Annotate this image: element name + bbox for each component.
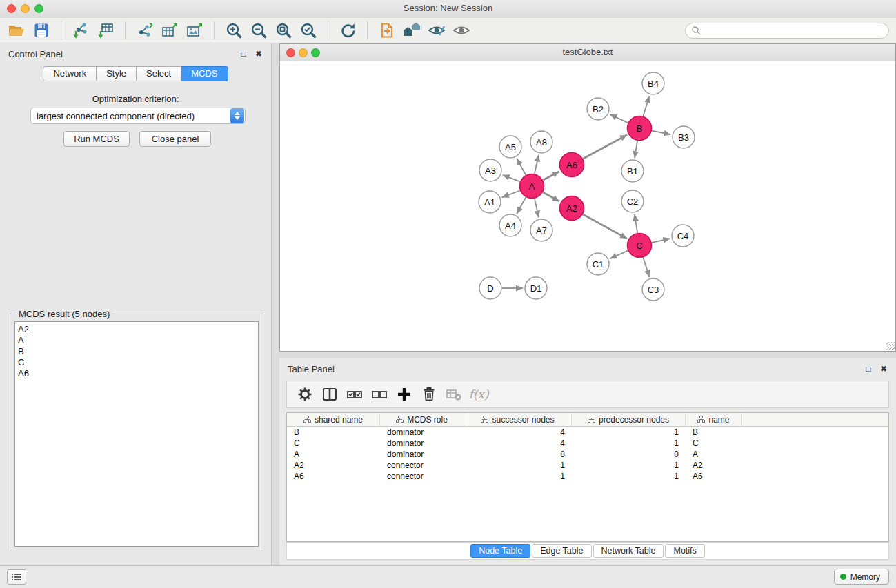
table-row[interactable]: Adominator80A — [287, 449, 888, 460]
table-panel: Table Panel □ ✖ — [279, 358, 896, 565]
column-header-label: name — [708, 415, 729, 425]
graph-node-label-B3: B3 — [678, 132, 689, 143]
home-icon[interactable] — [399, 19, 424, 41]
column-header-label: predecessor nodes — [599, 415, 669, 425]
gear-icon[interactable] — [292, 383, 317, 405]
graph-node-label-D1: D1 — [530, 283, 542, 294]
graph-node-label-C1: C1 — [593, 259, 604, 270]
save-icon[interactable] — [29, 19, 54, 41]
tab-motifs[interactable]: Motifs — [665, 544, 704, 558]
import-table-icon[interactable] — [93, 19, 118, 41]
eye-icon[interactable] — [449, 19, 474, 41]
open-icon[interactable] — [4, 19, 29, 41]
main-toolbar — [0, 18, 896, 43]
columns-icon[interactable] — [317, 383, 342, 405]
mcds-result-item[interactable]: A6 — [18, 368, 258, 379]
tab-network-table[interactable]: Network Table — [593, 544, 664, 558]
toolbar-separator — [214, 21, 215, 39]
node-table-header: shared nameMCDS rolesuccessor nodesprede… — [287, 413, 888, 427]
float-panel-icon[interactable]: □ — [238, 48, 249, 59]
graph-edge-A6-B[interactable] — [583, 135, 627, 159]
mcds-result-item[interactable]: A2 — [18, 324, 258, 335]
graph-edge-B-B2[interactable] — [610, 114, 628, 123]
node-table[interactable]: shared nameMCDS rolesuccessor nodesprede… — [286, 412, 889, 542]
table-row[interactable]: Cdominator41C — [287, 438, 888, 449]
graph-edge-A-A1[interactable] — [502, 191, 520, 198]
mcds-result-item[interactable]: A — [18, 335, 258, 346]
trash-icon[interactable] — [417, 383, 441, 405]
graph-node-label-B4: B4 — [648, 79, 659, 89]
tab-mcds[interactable]: MCDS — [181, 66, 228, 81]
window-title: Session: New Session — [0, 3, 896, 13]
zoom-in-icon[interactable] — [221, 19, 246, 41]
column-header-successor-nodes[interactable]: successor nodes — [464, 413, 572, 427]
export-table-icon[interactable] — [157, 19, 182, 41]
column-header-label: shared name — [315, 415, 363, 425]
task-history-button[interactable] — [7, 569, 26, 585]
mcds-result-list[interactable]: A2ABCA6 — [14, 321, 259, 547]
table-cell: 1 — [572, 438, 686, 449]
export-network-icon[interactable] — [132, 19, 157, 41]
zoom-out-icon[interactable] — [246, 19, 271, 41]
select-all-icon[interactable] — [342, 383, 367, 405]
application-window: Session: New Session — [0, 0, 896, 588]
graph-edge-C-C3[interactable] — [644, 258, 650, 277]
memory-button[interactable]: Memory — [834, 569, 889, 585]
graph-edge-C-C2[interactable] — [635, 214, 637, 233]
control-panel: Control Panel □ ✖ NetworkStyleSelectMCDS… — [0, 43, 272, 565]
tab-node-table[interactable]: Node Table — [470, 544, 530, 558]
zoom-selected-icon[interactable] — [296, 19, 321, 41]
tab-select[interactable]: Select — [137, 66, 181, 81]
graph-edge-A-A2[interactable] — [543, 192, 559, 201]
graph-edge-A-A8[interactable] — [535, 155, 539, 174]
close-panel-button[interactable]: Close panel — [139, 131, 211, 147]
float-table-panel-icon[interactable]: □ — [863, 363, 874, 374]
graph-edge-A-A3[interactable] — [503, 175, 520, 182]
close-panel-icon[interactable]: ✖ — [253, 48, 264, 59]
run-mcds-button[interactable]: Run MCDS — [63, 131, 130, 147]
column-attribute-icon — [481, 415, 488, 425]
graph-edge-A2-C[interactable] — [583, 214, 627, 239]
table-row[interactable]: Bdominator41B — [287, 427, 888, 438]
export-image-icon[interactable] — [182, 19, 207, 41]
copy-document-icon[interactable] — [375, 19, 399, 41]
tab-edge-table[interactable]: Edge Table — [532, 544, 591, 558]
table-cell: A2 — [287, 460, 380, 471]
graph-edge-A-A4[interactable] — [517, 197, 526, 214]
close-table-panel-icon[interactable]: ✖ — [878, 363, 889, 374]
mcds-result-item[interactable]: B — [18, 346, 258, 357]
tab-network[interactable]: Network — [43, 66, 97, 81]
graph-edge-C-C1[interactable] — [610, 251, 628, 259]
column-header-MCDS-role[interactable]: MCDS role — [380, 413, 464, 427]
graph-edge-A-A5[interactable] — [517, 159, 526, 175]
search-input[interactable] — [701, 24, 888, 37]
column-header-predecessor-nodes[interactable]: predecessor nodes — [572, 413, 686, 427]
import-network-icon[interactable] — [68, 19, 93, 41]
refresh-icon[interactable] — [335, 19, 360, 41]
clear-table-icon[interactable] — [441, 383, 466, 405]
function-icon[interactable]: f(x) — [466, 383, 491, 405]
criterion-select[interactable]: largest connected component (directed) — [30, 108, 246, 124]
table-row[interactable]: A6connector11A6 — [287, 471, 888, 482]
style-eye-icon[interactable] — [424, 19, 449, 41]
column-header-name[interactable]: name — [686, 413, 742, 427]
table-cell: A6 — [686, 471, 742, 482]
add-icon[interactable] — [392, 383, 417, 405]
tab-style[interactable]: Style — [97, 66, 137, 81]
table-row[interactable]: A2connector11A2 — [287, 460, 888, 471]
resize-grip[interactable] — [886, 342, 895, 350]
column-header-shared-name[interactable]: shared name — [287, 413, 380, 427]
graph-edge-B-B3[interactable] — [652, 131, 670, 135]
zoom-fit-icon[interactable] — [271, 19, 296, 41]
network-canvas[interactable]: B4B2BB3A5A8A6B1A3AC2A1A2A4A7C4CC1C3DD1 — [280, 61, 895, 351]
deselect-all-icon[interactable] — [367, 383, 392, 405]
graph-edge-A-A6[interactable] — [543, 172, 559, 181]
graph-edge-B-B4[interactable] — [643, 96, 649, 116]
graph-edge-A-A7[interactable] — [535, 199, 539, 217]
table-cell: A2 — [686, 460, 742, 471]
graph-edge-B-B1[interactable] — [635, 141, 637, 158]
graph-edge-C-C4[interactable] — [652, 239, 670, 243]
mcds-result-item[interactable]: C — [18, 357, 258, 368]
graph-node-label-A1: A1 — [484, 197, 495, 207]
search-icon — [691, 26, 701, 35]
